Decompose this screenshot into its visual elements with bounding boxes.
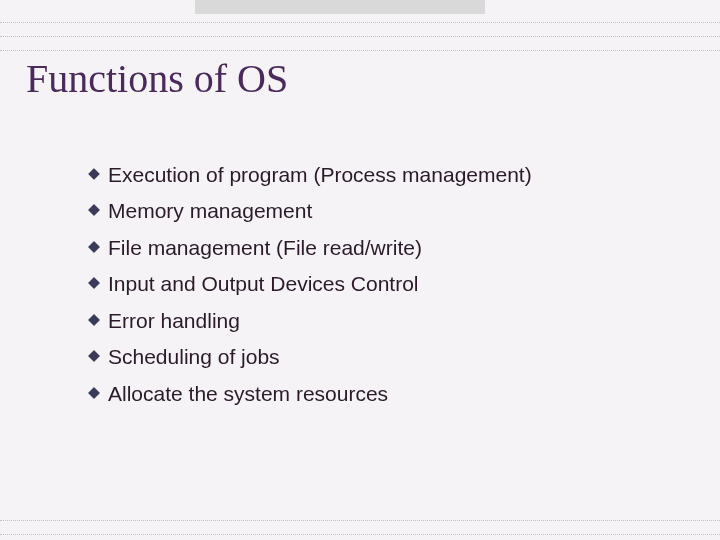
list-item: Scheduling of jobs bbox=[88, 342, 532, 372]
list-item: Execution of program (Process management… bbox=[88, 160, 532, 190]
list-item-text: Allocate the system resources bbox=[108, 379, 388, 409]
svg-marker-6 bbox=[88, 350, 100, 362]
slide-title: Functions of OS bbox=[26, 55, 288, 102]
diamond-bullet-icon bbox=[88, 277, 100, 289]
list-item: File management (File read/write) bbox=[88, 233, 532, 263]
diamond-bullet-icon bbox=[88, 241, 100, 253]
bullet-list: Execution of program (Process management… bbox=[88, 160, 532, 415]
list-item-text: Memory management bbox=[108, 196, 312, 226]
diamond-bullet-icon bbox=[88, 387, 100, 399]
list-item: Memory management bbox=[88, 196, 532, 226]
top-decoration-bar bbox=[195, 0, 485, 14]
diamond-bullet-icon bbox=[88, 168, 100, 180]
list-item: Input and Output Devices Control bbox=[88, 269, 532, 299]
svg-marker-2 bbox=[88, 204, 100, 216]
list-item: Error handling bbox=[88, 306, 532, 336]
svg-marker-4 bbox=[88, 277, 100, 289]
svg-marker-5 bbox=[88, 314, 100, 326]
diamond-bullet-icon bbox=[88, 314, 100, 326]
svg-marker-0 bbox=[88, 168, 100, 180]
list-item-text: Input and Output Devices Control bbox=[108, 269, 419, 299]
svg-marker-3 bbox=[88, 241, 100, 253]
list-item-text: File management (File read/write) bbox=[108, 233, 422, 263]
diamond-bullet-icon bbox=[88, 350, 100, 362]
list-item-text: Scheduling of jobs bbox=[108, 342, 280, 372]
svg-marker-7 bbox=[88, 387, 100, 399]
list-item-text: Execution of program (Process management… bbox=[108, 160, 532, 190]
list-item: Allocate the system resources bbox=[88, 379, 532, 409]
diamond-bullet-icon bbox=[88, 204, 100, 216]
list-item-text: Error handling bbox=[108, 306, 240, 336]
